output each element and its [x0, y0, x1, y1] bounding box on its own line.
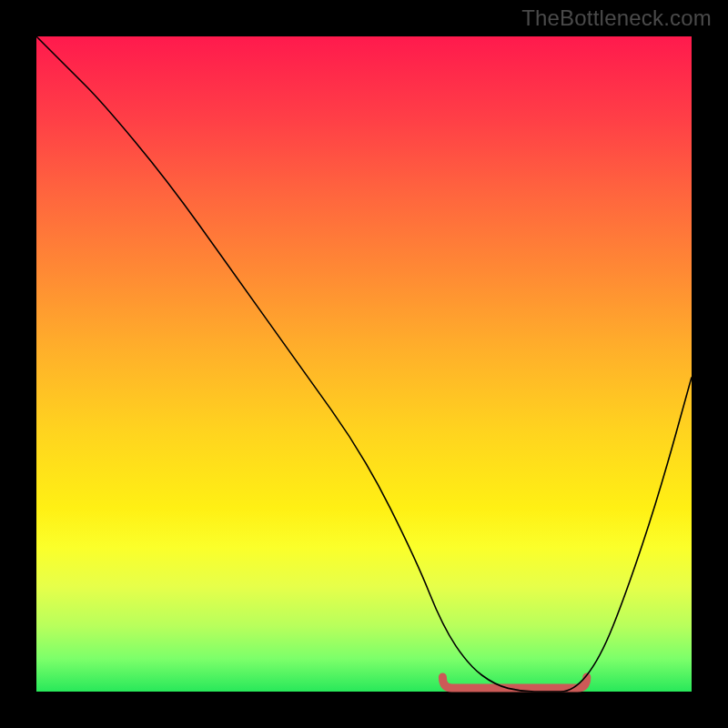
chart-svg — [36, 36, 692, 692]
optimal-range-marker — [442, 677, 586, 688]
watermark-text: TheBottleneck.com — [521, 5, 712, 31]
plot-area — [36, 36, 692, 692]
bottleneck-curve — [36, 36, 692, 692]
chart-frame: TheBottleneck.com — [0, 0, 728, 728]
